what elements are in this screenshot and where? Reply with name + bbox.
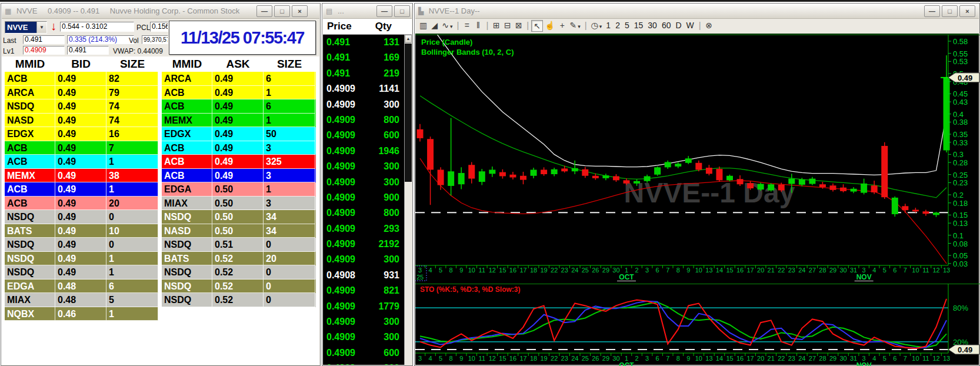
volume-field[interactable]: 99,370,57	[142, 35, 168, 44]
candle[interactable]	[561, 168, 568, 171]
ask-row[interactable]: ACB0.49325	[162, 155, 316, 169]
candle[interactable]	[809, 179, 815, 184]
candle[interactable]	[613, 176, 619, 180]
candle[interactable]	[892, 198, 898, 214]
candle[interactable]	[634, 181, 640, 184]
candle[interactable]	[572, 168, 578, 171]
crosshair-tool-icon[interactable]: +	[556, 20, 568, 31]
minimize-button[interactable]: —	[376, 5, 392, 17]
bid-row[interactable]: ACB0.4982	[5, 72, 158, 86]
candle[interactable]	[840, 188, 846, 191]
candle[interactable]	[922, 211, 929, 214]
bid-row[interactable]: EDGX0.4916	[5, 127, 158, 141]
candle[interactable]	[582, 169, 588, 176]
l2-column-header[interactable]: SIZE	[264, 56, 315, 72]
candle[interactable]	[520, 176, 526, 180]
tape-row[interactable]: 0.49091779	[323, 299, 404, 314]
symbol-combo[interactable]: NVVE ▼	[5, 21, 47, 34]
bid-row[interactable]: NSDQ0.490	[5, 238, 158, 252]
tape-row[interactable]: 0.4909300	[323, 175, 404, 190]
pcl-field[interactable]: 0.156	[150, 22, 168, 32]
candle[interactable]	[624, 180, 630, 183]
ask-row[interactable]: MEMX0.491	[162, 114, 316, 128]
tape-row[interactable]: 0.49091141	[323, 81, 404, 97]
candle[interactable]	[479, 171, 485, 182]
ask-row[interactable]: ACB0.493	[162, 141, 316, 155]
scrollbar-thumb[interactable]	[405, 44, 412, 182]
chevron-down-icon[interactable]: ▾	[599, 24, 602, 29]
ask-row[interactable]: NASD0.5034	[162, 224, 316, 238]
candle[interactable]	[778, 185, 785, 191]
candle[interactable]	[861, 184, 867, 193]
ask-row[interactable]: ACB0.493	[162, 169, 316, 183]
ask-row[interactable]: BATS0.5220	[162, 252, 316, 266]
minimize-button[interactable]: —	[924, 5, 940, 17]
bid-row[interactable]: NSDQ0.4974	[5, 99, 158, 114]
bid-row[interactable]: NASD0.4974	[5, 114, 158, 128]
maximize-button[interactable]: □	[942, 5, 958, 17]
tape-row[interactable]: 0.4909800	[323, 205, 404, 221]
zoom-in-icon[interactable]: ⊞	[491, 20, 502, 31]
bid-row[interactable]: MEMX0.4938	[5, 169, 158, 183]
chart-area[interactable]: NVVE--1 Day0.580.550.530.50.480.450.430.…	[415, 35, 979, 365]
ask-row[interactable]: EDGX0.4950	[162, 127, 316, 141]
candle[interactable]	[489, 169, 495, 174]
chevron-down-icon[interactable]: ▼	[36, 22, 46, 33]
candle[interactable]	[531, 169, 537, 175]
bid-row[interactable]: ARCA0.4979	[5, 86, 158, 100]
candle[interactable]	[675, 164, 681, 167]
candle[interactable]	[665, 162, 671, 167]
level2-titlebar[interactable]: ▦ NVVE 0.4909 -- 0.491 Nuvve Holding Cor…	[2, 4, 319, 19]
tape-scrollbar[interactable]: ▲	[404, 35, 412, 365]
candle[interactable]	[933, 212, 939, 215]
l2-column-header[interactable]: MMID	[162, 56, 212, 72]
candle[interactable]	[541, 169, 547, 174]
ask-row[interactable]: ACB0.496	[162, 99, 316, 114]
bid-row[interactable]: NSDQ0.491	[5, 265, 158, 280]
bid-row[interactable]: NSDQ0.491	[5, 252, 158, 266]
bid-row[interactable]: EDGA0.486	[5, 280, 158, 294]
candle[interactable]	[902, 206, 908, 210]
ask-row[interactable]: NSDQ0.520	[162, 265, 316, 280]
bid-row[interactable]: ACB0.497	[5, 141, 158, 155]
time-interval-icon[interactable]: ◷▾	[589, 20, 604, 31]
ask-row[interactable]: NSDQ0.520	[162, 293, 316, 307]
candle[interactable]	[912, 209, 919, 211]
interval-30[interactable]: 30	[645, 19, 659, 31]
candle[interactable]	[685, 158, 692, 163]
area-chart-icon[interactable]: ◢	[429, 20, 440, 31]
ask-row[interactable]: ACB0.491	[162, 86, 316, 100]
vertical-lines-icon[interactable]: ‖	[472, 20, 484, 31]
candle[interactable]	[438, 169, 444, 185]
tape-row[interactable]: 0.4909300	[323, 97, 404, 112]
lv1-ask-field[interactable]: 0.491	[67, 46, 109, 55]
ask-row[interactable]: NSDQ0.520	[162, 280, 316, 294]
ask-row[interactable]: ARCA0.496	[162, 72, 316, 86]
interval-day[interactable]: D	[673, 19, 684, 31]
bid-row[interactable]: ACB0.491	[5, 155, 158, 169]
maximize-button[interactable]: □	[274, 5, 290, 17]
candle[interactable]	[644, 176, 651, 181]
last-field[interactable]: 0.491	[23, 35, 65, 44]
candle[interactable]	[448, 171, 454, 186]
chevron-down-icon[interactable]: ▾	[450, 24, 453, 29]
lv1-bid-field[interactable]: 0.4909	[23, 46, 65, 55]
candle[interactable]	[819, 184, 826, 187]
candle[interactable]	[706, 168, 712, 174]
ask-row[interactable]: NSDQ0.510	[162, 238, 316, 252]
interval-60[interactable]: 60	[659, 19, 674, 31]
ask-row[interactable]: EDGA0.501	[162, 182, 316, 197]
candle[interactable]	[509, 175, 516, 178]
tape-row[interactable]: 0.49092192	[323, 237, 404, 252]
candle[interactable]	[788, 179, 795, 184]
bid-row[interactable]: ACB0.491	[5, 182, 158, 197]
candle[interactable]	[602, 175, 609, 178]
candle[interactable]	[726, 176, 733, 181]
candle[interactable]	[737, 179, 744, 184]
range-field[interactable]: 0.544 - 0.3102	[60, 22, 134, 32]
bid-row[interactable]: MIAX0.485	[5, 293, 158, 307]
maximize-button[interactable]: □	[394, 5, 410, 17]
candle[interactable]	[592, 176, 599, 178]
candle[interactable]	[551, 169, 558, 174]
candle[interactable]	[871, 185, 878, 192]
